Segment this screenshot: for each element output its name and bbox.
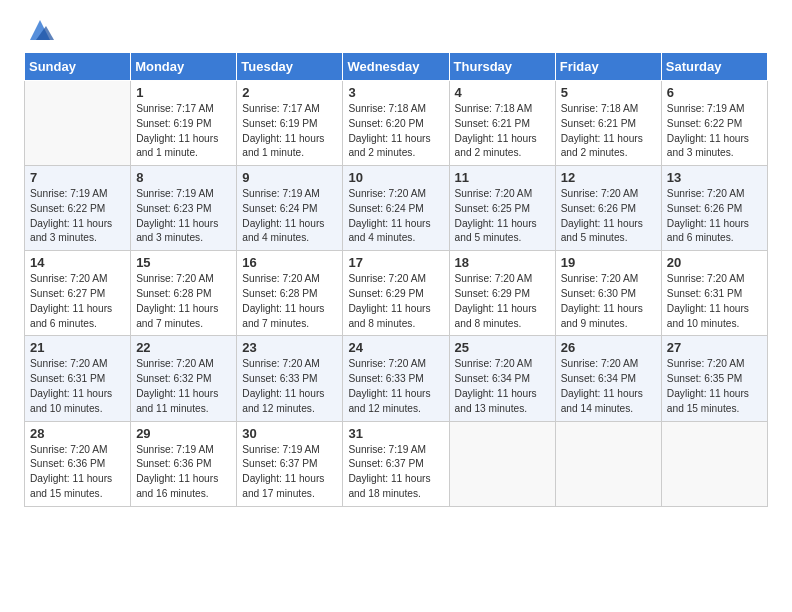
calendar-cell: 3Sunrise: 7:18 AM Sunset: 6:20 PM Daylig…: [343, 81, 449, 166]
weekday-header-friday: Friday: [555, 53, 661, 81]
calendar-cell: 7Sunrise: 7:19 AM Sunset: 6:22 PM Daylig…: [25, 166, 131, 251]
calendar-week-row: 14Sunrise: 7:20 AM Sunset: 6:27 PM Dayli…: [25, 251, 768, 336]
calendar-cell: 2Sunrise: 7:17 AM Sunset: 6:19 PM Daylig…: [237, 81, 343, 166]
calendar-cell: [555, 421, 661, 506]
day-number: 14: [30, 255, 125, 270]
day-number: 1: [136, 85, 231, 100]
calendar-cell: 10Sunrise: 7:20 AM Sunset: 6:24 PM Dayli…: [343, 166, 449, 251]
day-number: 21: [30, 340, 125, 355]
cell-content: Sunrise: 7:19 AM Sunset: 6:22 PM Dayligh…: [667, 102, 762, 161]
calendar-cell: 22Sunrise: 7:20 AM Sunset: 6:32 PM Dayli…: [131, 336, 237, 421]
cell-content: Sunrise: 7:19 AM Sunset: 6:22 PM Dayligh…: [30, 187, 125, 246]
cell-content: Sunrise: 7:20 AM Sunset: 6:29 PM Dayligh…: [348, 272, 443, 331]
day-number: 19: [561, 255, 656, 270]
cell-content: Sunrise: 7:20 AM Sunset: 6:26 PM Dayligh…: [561, 187, 656, 246]
cell-content: Sunrise: 7:20 AM Sunset: 6:26 PM Dayligh…: [667, 187, 762, 246]
cell-content: Sunrise: 7:20 AM Sunset: 6:34 PM Dayligh…: [561, 357, 656, 416]
day-number: 30: [242, 426, 337, 441]
cell-content: Sunrise: 7:20 AM Sunset: 6:34 PM Dayligh…: [455, 357, 550, 416]
cell-content: Sunrise: 7:17 AM Sunset: 6:19 PM Dayligh…: [136, 102, 231, 161]
calendar-cell: 26Sunrise: 7:20 AM Sunset: 6:34 PM Dayli…: [555, 336, 661, 421]
calendar-table: SundayMondayTuesdayWednesdayThursdayFrid…: [24, 52, 768, 507]
calendar-cell: 24Sunrise: 7:20 AM Sunset: 6:33 PM Dayli…: [343, 336, 449, 421]
calendar-cell: 21Sunrise: 7:20 AM Sunset: 6:31 PM Dayli…: [25, 336, 131, 421]
cell-content: Sunrise: 7:20 AM Sunset: 6:33 PM Dayligh…: [242, 357, 337, 416]
calendar-cell: 1Sunrise: 7:17 AM Sunset: 6:19 PM Daylig…: [131, 81, 237, 166]
calendar-week-row: 1Sunrise: 7:17 AM Sunset: 6:19 PM Daylig…: [25, 81, 768, 166]
cell-content: Sunrise: 7:20 AM Sunset: 6:29 PM Dayligh…: [455, 272, 550, 331]
calendar-cell: 19Sunrise: 7:20 AM Sunset: 6:30 PM Dayli…: [555, 251, 661, 336]
cell-content: Sunrise: 7:20 AM Sunset: 6:27 PM Dayligh…: [30, 272, 125, 331]
cell-content: Sunrise: 7:18 AM Sunset: 6:21 PM Dayligh…: [455, 102, 550, 161]
calendar-cell: 11Sunrise: 7:20 AM Sunset: 6:25 PM Dayli…: [449, 166, 555, 251]
day-number: 23: [242, 340, 337, 355]
day-number: 16: [242, 255, 337, 270]
calendar-week-row: 7Sunrise: 7:19 AM Sunset: 6:22 PM Daylig…: [25, 166, 768, 251]
cell-content: Sunrise: 7:18 AM Sunset: 6:20 PM Dayligh…: [348, 102, 443, 161]
header: [24, 20, 768, 44]
cell-content: Sunrise: 7:20 AM Sunset: 6:36 PM Dayligh…: [30, 443, 125, 502]
calendar-cell: 28Sunrise: 7:20 AM Sunset: 6:36 PM Dayli…: [25, 421, 131, 506]
day-number: 25: [455, 340, 550, 355]
day-number: 13: [667, 170, 762, 185]
day-number: 26: [561, 340, 656, 355]
calendar-week-row: 28Sunrise: 7:20 AM Sunset: 6:36 PM Dayli…: [25, 421, 768, 506]
weekday-header-thursday: Thursday: [449, 53, 555, 81]
calendar-cell: 9Sunrise: 7:19 AM Sunset: 6:24 PM Daylig…: [237, 166, 343, 251]
calendar-cell: 4Sunrise: 7:18 AM Sunset: 6:21 PM Daylig…: [449, 81, 555, 166]
cell-content: Sunrise: 7:20 AM Sunset: 6:32 PM Dayligh…: [136, 357, 231, 416]
weekday-header-tuesday: Tuesday: [237, 53, 343, 81]
day-number: 10: [348, 170, 443, 185]
cell-content: Sunrise: 7:19 AM Sunset: 6:36 PM Dayligh…: [136, 443, 231, 502]
cell-content: Sunrise: 7:20 AM Sunset: 6:31 PM Dayligh…: [667, 272, 762, 331]
cell-content: Sunrise: 7:19 AM Sunset: 6:24 PM Dayligh…: [242, 187, 337, 246]
cell-content: Sunrise: 7:20 AM Sunset: 6:25 PM Dayligh…: [455, 187, 550, 246]
day-number: 12: [561, 170, 656, 185]
calendar-cell: 29Sunrise: 7:19 AM Sunset: 6:36 PM Dayli…: [131, 421, 237, 506]
calendar-cell: 27Sunrise: 7:20 AM Sunset: 6:35 PM Dayli…: [661, 336, 767, 421]
day-number: 15: [136, 255, 231, 270]
day-number: 9: [242, 170, 337, 185]
calendar-cell: 16Sunrise: 7:20 AM Sunset: 6:28 PM Dayli…: [237, 251, 343, 336]
calendar-week-row: 21Sunrise: 7:20 AM Sunset: 6:31 PM Dayli…: [25, 336, 768, 421]
calendar-cell: [661, 421, 767, 506]
day-number: 18: [455, 255, 550, 270]
day-number: 8: [136, 170, 231, 185]
weekday-header-wednesday: Wednesday: [343, 53, 449, 81]
day-number: 11: [455, 170, 550, 185]
day-number: 24: [348, 340, 443, 355]
cell-content: Sunrise: 7:20 AM Sunset: 6:30 PM Dayligh…: [561, 272, 656, 331]
logo: [24, 20, 54, 44]
day-number: 6: [667, 85, 762, 100]
weekday-header-monday: Monday: [131, 53, 237, 81]
day-number: 4: [455, 85, 550, 100]
day-number: 20: [667, 255, 762, 270]
weekday-header-row: SundayMondayTuesdayWednesdayThursdayFrid…: [25, 53, 768, 81]
logo-icon: [26, 16, 54, 44]
day-number: 22: [136, 340, 231, 355]
calendar-cell: 30Sunrise: 7:19 AM Sunset: 6:37 PM Dayli…: [237, 421, 343, 506]
calendar-cell: 23Sunrise: 7:20 AM Sunset: 6:33 PM Dayli…: [237, 336, 343, 421]
calendar-cell: 25Sunrise: 7:20 AM Sunset: 6:34 PM Dayli…: [449, 336, 555, 421]
calendar-cell: 5Sunrise: 7:18 AM Sunset: 6:21 PM Daylig…: [555, 81, 661, 166]
day-number: 31: [348, 426, 443, 441]
cell-content: Sunrise: 7:20 AM Sunset: 6:28 PM Dayligh…: [136, 272, 231, 331]
calendar-cell: 6Sunrise: 7:19 AM Sunset: 6:22 PM Daylig…: [661, 81, 767, 166]
cell-content: Sunrise: 7:20 AM Sunset: 6:33 PM Dayligh…: [348, 357, 443, 416]
cell-content: Sunrise: 7:20 AM Sunset: 6:31 PM Dayligh…: [30, 357, 125, 416]
day-number: 27: [667, 340, 762, 355]
calendar-cell: 17Sunrise: 7:20 AM Sunset: 6:29 PM Dayli…: [343, 251, 449, 336]
cell-content: Sunrise: 7:20 AM Sunset: 6:28 PM Dayligh…: [242, 272, 337, 331]
calendar-cell: [449, 421, 555, 506]
cell-content: Sunrise: 7:19 AM Sunset: 6:23 PM Dayligh…: [136, 187, 231, 246]
calendar-cell: [25, 81, 131, 166]
calendar-cell: 12Sunrise: 7:20 AM Sunset: 6:26 PM Dayli…: [555, 166, 661, 251]
day-number: 7: [30, 170, 125, 185]
weekday-header-saturday: Saturday: [661, 53, 767, 81]
cell-content: Sunrise: 7:18 AM Sunset: 6:21 PM Dayligh…: [561, 102, 656, 161]
calendar-cell: 20Sunrise: 7:20 AM Sunset: 6:31 PM Dayli…: [661, 251, 767, 336]
calendar-cell: 8Sunrise: 7:19 AM Sunset: 6:23 PM Daylig…: [131, 166, 237, 251]
calendar-cell: 14Sunrise: 7:20 AM Sunset: 6:27 PM Dayli…: [25, 251, 131, 336]
calendar-cell: 31Sunrise: 7:19 AM Sunset: 6:37 PM Dayli…: [343, 421, 449, 506]
day-number: 29: [136, 426, 231, 441]
